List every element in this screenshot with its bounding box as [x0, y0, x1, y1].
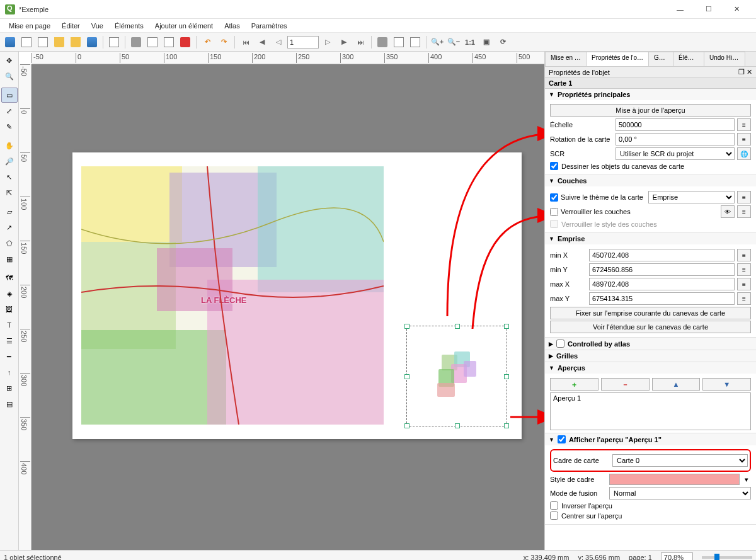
add-fixed-table-tool[interactable]: ▤	[1, 396, 18, 411]
invert-overview-checkbox[interactable]	[550, 501, 558, 510]
menu-add-element[interactable]: Ajouter un élément	[150, 21, 218, 31]
move-content-tool[interactable]: ⤢	[1, 103, 18, 118]
pan-map-tool[interactable]: ✋	[1, 138, 18, 153]
maximize-button[interactable]: ☐	[694, 1, 723, 18]
layout-page[interactable]: LA FLÈCHE	[72, 152, 522, 439]
frame-style-swatch[interactable]	[609, 474, 740, 485]
nav-last-button[interactable]: ⏭	[353, 35, 368, 50]
layout-manager-button[interactable]	[52, 35, 67, 50]
add-label-tool[interactable]: T	[1, 317, 18, 333]
undock-icon[interactable]: ❐	[738, 68, 745, 76]
atlas-print-button[interactable]	[375, 35, 390, 50]
tab-guides[interactable]: Gui…	[648, 52, 673, 66]
lock-layers-override-button[interactable]: ≡	[737, 205, 751, 218]
section-layers[interactable]: ▼Couches	[545, 175, 756, 186]
follow-theme-checkbox[interactable]	[550, 193, 558, 202]
nav-prev2-button[interactable]: ◁	[271, 35, 286, 50]
undo-button[interactable]: ↶	[200, 35, 215, 50]
center-overview-checkbox[interactable]	[550, 511, 558, 520]
menu-settings[interactable]: Paramètres	[246, 21, 292, 31]
add-table-tool[interactable]: ⊞	[1, 380, 18, 396]
map-item-overview[interactable]	[406, 326, 507, 426]
lock-layers-preset-button[interactable]: 👁	[721, 205, 735, 218]
menu-elements[interactable]: Éléments	[110, 21, 149, 31]
maxy-override-button[interactable]: ≡	[737, 292, 751, 305]
overview-add-button[interactable]: ＋	[550, 378, 598, 391]
zoom-full-button[interactable]: ▣	[479, 35, 494, 50]
overview-list[interactable]: Aperçu 1	[550, 392, 751, 430]
minx-override-button[interactable]: ≡	[737, 249, 751, 261]
view-extent-button[interactable]: Voir l'étendue sur le canevas de carte	[550, 321, 751, 333]
frame-map-select[interactable]: Carte 0	[612, 454, 748, 467]
rotation-override-button[interactable]: ≡	[737, 133, 751, 146]
menu-layout[interactable]: Mise en page	[4, 21, 55, 31]
pan-tool[interactable]: ✥	[1, 53, 18, 68]
atlas-export-button[interactable]	[391, 35, 406, 50]
zoom-100-button[interactable]: 1:1	[462, 35, 478, 50]
scale-input[interactable]	[616, 118, 735, 131]
zoom-in-button[interactable]: 🔍+	[430, 35, 445, 50]
section-extent[interactable]: ▼Emprise	[545, 233, 756, 244]
canvas-area[interactable]: -50 0 50 100 150 200 250 300 350 400 450…	[19, 52, 544, 550]
overview-up-button[interactable]: ▲	[652, 378, 701, 391]
lock-layers-checkbox[interactable]	[550, 208, 558, 216]
menu-view[interactable]: Vue	[86, 21, 108, 31]
add-image-tool[interactable]: 🖼	[1, 302, 18, 317]
draw-canvas-items-checkbox[interactable]	[550, 162, 558, 170]
theme-select[interactable]: Emprise	[648, 191, 735, 203]
add-map-tool[interactable]: 🗺	[1, 270, 18, 285]
zoom-select[interactable]: 70.8%	[661, 552, 693, 561]
add-from-template-button[interactable]	[106, 35, 122, 50]
close-panel-icon[interactable]: ✕	[747, 68, 752, 76]
maxy-input[interactable]	[589, 292, 735, 305]
tab-layout[interactable]: Mise en pa…	[545, 52, 587, 66]
miny-override-button[interactable]: ≡	[737, 263, 751, 276]
zoom-tool[interactable]: 🔍	[1, 69, 18, 84]
zoom-out-button[interactable]: 🔍−	[446, 35, 461, 50]
atlas-checkbox[interactable]	[556, 340, 564, 348]
section-grids[interactable]: ▶Grilles	[545, 350, 756, 362]
add-3dmap-tool[interactable]: ◈	[1, 286, 18, 301]
select-tool[interactable]: ▭	[1, 88, 18, 103]
section-overviews[interactable]: ▼Aperçus	[545, 362, 756, 374]
print-button[interactable]	[129, 35, 144, 50]
redo-button[interactable]: ↷	[216, 35, 231, 50]
add-legend-tool[interactable]: ☰	[1, 333, 18, 348]
miny-input[interactable]	[589, 263, 735, 276]
new-layout-button[interactable]	[19, 35, 34, 50]
set-extent-button[interactable]: Fixer sur l'emprise courante du canevas …	[550, 307, 751, 319]
zoom-slider[interactable]	[702, 556, 752, 559]
show-overview-checkbox[interactable]	[558, 435, 566, 443]
export-pdf-button[interactable]	[178, 35, 193, 50]
open-template-button[interactable]	[68, 35, 83, 50]
close-button[interactable]: ✕	[723, 1, 751, 18]
tab-item-properties[interactable]: Propriétés de l'ob…	[586, 52, 649, 66]
menu-edit[interactable]: Éditer	[57, 21, 85, 31]
move-item-tool[interactable]: ⇱	[1, 185, 18, 200]
overview-list-item[interactable]: Aperçu 1	[553, 394, 748, 402]
export-svg-button[interactable]	[161, 35, 176, 50]
add-html-tool[interactable]: ▦	[1, 251, 18, 266]
tab-undo-history[interactable]: Undo Hist…	[704, 52, 745, 66]
menu-atlas[interactable]: Atlas	[219, 21, 244, 31]
nav-first-button[interactable]: ⏮	[238, 35, 253, 50]
add-northarrow-tool[interactable]: ↑	[1, 365, 18, 380]
nav-prev-button[interactable]: ◀	[255, 35, 270, 50]
tab-elements[interactable]: Éléme…	[673, 52, 704, 66]
edit-nodes-tool[interactable]: ✎	[1, 119, 18, 134]
section-atlas[interactable]: ▶Controlled by atlas	[545, 338, 756, 350]
minimize-button[interactable]: —	[666, 1, 694, 18]
overview-down-button[interactable]: ▼	[702, 378, 751, 391]
crs-select[interactable]: Utiliser le SCR du projet	[616, 147, 735, 160]
scale-override-button[interactable]: ≡	[737, 118, 751, 131]
overview-remove-button[interactable]: －	[601, 378, 650, 391]
maxx-input[interactable]	[589, 278, 735, 290]
nav-next2-button[interactable]: ▷	[320, 35, 335, 50]
rotation-input[interactable]	[616, 133, 735, 146]
select-item-tool[interactable]: ↖	[1, 169, 18, 185]
dup-layout-button[interactable]	[35, 35, 50, 50]
blend-mode-select[interactable]: Normal	[609, 487, 751, 500]
crs-picker-button[interactable]: 🌐	[737, 147, 751, 160]
update-preview-button[interactable]: Mise à jour de l'aperçu	[550, 104, 751, 117]
add-node-tool[interactable]: ⬠	[1, 236, 18, 251]
